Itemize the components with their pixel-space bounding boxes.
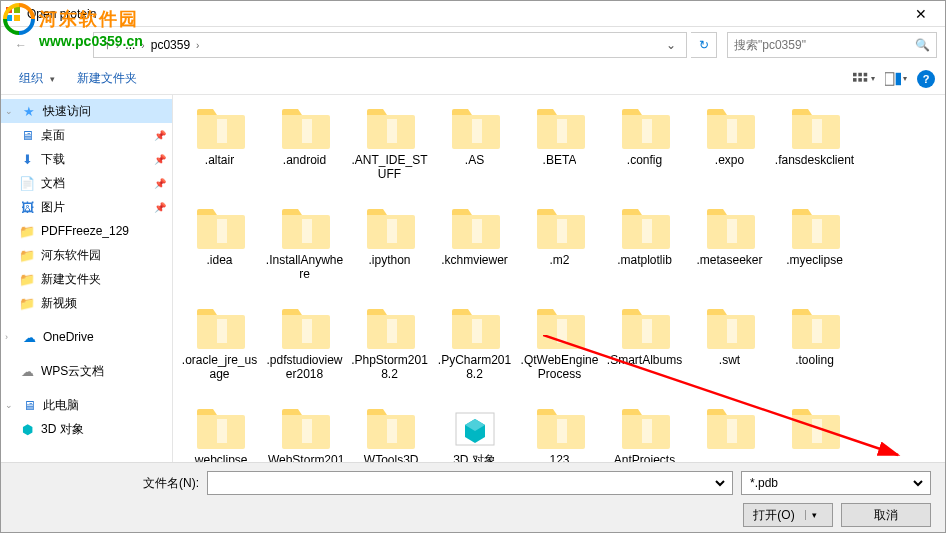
sidebar-item-folder[interactable]: 📁新建文件夹 [1, 267, 172, 291]
file-label: .oracle_jre_usage [179, 353, 260, 382]
file-item[interactable]: .m2 [517, 203, 602, 303]
svg-rect-11 [896, 72, 901, 84]
filename-input[interactable] [207, 471, 733, 495]
file-item[interactable]: .PhpStorm2018.2 [347, 303, 432, 403]
close-button[interactable]: ✕ [901, 3, 941, 25]
file-item[interactable] [772, 403, 857, 465]
svg-rect-35 [727, 319, 737, 343]
file-item[interactable]: .fansdeskclient [772, 103, 857, 203]
file-item[interactable]: .AS [432, 103, 517, 203]
sidebar-wps[interactable]: ☁WPS云文档 [1, 359, 172, 383]
open-button[interactable]: 打开(O) [743, 503, 833, 527]
file-label: .android [283, 153, 326, 167]
new-folder-button[interactable]: 新建文件夹 [69, 66, 145, 91]
pin-icon: 📌 [154, 154, 166, 165]
file-item[interactable]: .expo [687, 103, 772, 203]
svg-rect-38 [302, 419, 312, 443]
svg-rect-34 [642, 319, 652, 343]
file-item[interactable]: .PyCharm2018.2 [432, 303, 517, 403]
preview-pane-button[interactable]: ▾ [885, 69, 907, 89]
file-item[interactable] [687, 403, 772, 465]
svg-rect-18 [642, 119, 652, 143]
sidebar-quick-access[interactable]: ⌄★快速访问 [1, 99, 172, 123]
window-title: Open protein [27, 7, 901, 21]
sidebar-3d-objects[interactable]: ⬢3D 对象 [1, 417, 172, 441]
breadcrumb-up[interactable]: ↑ [98, 38, 116, 52]
svg-rect-25 [557, 219, 567, 243]
filename-label: 文件名(N): [143, 475, 199, 492]
file-item[interactable]: .altair [177, 103, 262, 203]
svg-rect-33 [557, 319, 567, 343]
file-label: .SmartAlbums [607, 353, 682, 367]
file-item[interactable]: .config [602, 103, 687, 203]
file-item[interactable]: .metaseeker [687, 203, 772, 303]
file-item[interactable]: .myeclipse [772, 203, 857, 303]
forward-button[interactable]: → [37, 33, 61, 57]
file-item[interactable]: .matplotlib [602, 203, 687, 303]
file-item[interactable]: .pdfstudioviewer2018 [262, 303, 347, 403]
titlebar: Open protein ✕ [1, 1, 945, 27]
file-item[interactable]: .tooling [772, 303, 857, 403]
app-icon [5, 6, 21, 22]
file-item[interactable]: .InstallAnywhere [262, 203, 347, 303]
svg-rect-19 [727, 119, 737, 143]
file-item[interactable]: .SmartAlbums [602, 303, 687, 403]
sidebar-item-folder[interactable]: 📁新视频 [1, 291, 172, 315]
svg-rect-17 [557, 119, 567, 143]
file-item[interactable]: .BETA [517, 103, 602, 203]
search-box[interactable]: 🔍 [727, 32, 937, 58]
svg-rect-23 [387, 219, 397, 243]
breadcrumb-item[interactable]: pc0359 [145, 38, 196, 52]
file-label: .ANT_IDE_STUFF [349, 153, 430, 182]
file-item[interactable]: .swt [687, 303, 772, 403]
sidebar-item-folder[interactable]: 📁河东软件园 [1, 243, 172, 267]
sidebar-item-folder[interactable]: 📁PDFFreeze_129 [1, 219, 172, 243]
file-item[interactable]: .android [262, 103, 347, 203]
search-input[interactable] [734, 38, 915, 52]
file-label: .altair [205, 153, 234, 167]
sidebar-item-desktop[interactable]: 🖥桌面📌 [1, 123, 172, 147]
file-item[interactable]: 3D 对象 [432, 403, 517, 465]
svg-rect-37 [217, 419, 227, 443]
svg-rect-9 [864, 78, 868, 82]
file-label: .fansdeskclient [775, 153, 854, 167]
file-label: .PhpStorm2018.2 [349, 353, 430, 382]
file-item[interactable]: .webclipse [177, 403, 262, 465]
file-label: .InstallAnywhere [264, 253, 345, 282]
svg-rect-16 [472, 119, 482, 143]
help-button[interactable]: ? [917, 70, 935, 88]
file-item[interactable]: .WTools3D [347, 403, 432, 465]
back-button[interactable]: ← [9, 33, 33, 57]
search-icon: 🔍 [915, 38, 930, 52]
refresh-button[interactable]: ↻ [691, 32, 717, 58]
breadcrumb-dropdown[interactable]: ⌄ [660, 38, 682, 52]
sidebar-item-downloads[interactable]: ⬇下载📌 [1, 147, 172, 171]
breadcrumb[interactable]: ↑› ...› pc0359› ⌄ [93, 32, 687, 58]
file-item[interactable]: .ANT_IDE_STUFF [347, 103, 432, 203]
file-item[interactable]: .ipython [347, 203, 432, 303]
file-item[interactable]: .oracle_jre_usage [177, 303, 262, 403]
svg-rect-26 [642, 219, 652, 243]
sidebar-item-documents[interactable]: 📄文档📌 [1, 171, 172, 195]
cancel-button[interactable]: 取消 [841, 503, 931, 527]
filetype-select[interactable]: *.pdb [741, 471, 931, 495]
file-item[interactable]: .WebStorm2018.2 [262, 403, 347, 465]
svg-rect-44 [812, 419, 822, 443]
view-icons-button[interactable]: ▾ [853, 69, 875, 89]
file-item[interactable]: .idea [177, 203, 262, 303]
sidebar-item-pictures[interactable]: 🖼图片📌 [1, 195, 172, 219]
up-button[interactable]: ↑ [65, 33, 89, 57]
sidebar-onedrive[interactable]: ›☁OneDrive [1, 325, 172, 349]
file-item[interactable]: .QtWebEngineProcess [517, 303, 602, 403]
pin-icon: 📌 [154, 178, 166, 189]
svg-rect-2 [6, 15, 12, 21]
svg-rect-28 [812, 219, 822, 243]
file-list: .altair.android.ANT_IDE_STUFF.AS.BETA.co… [173, 95, 945, 465]
sidebar-thispc[interactable]: ⌄🖥此电脑 [1, 393, 172, 417]
file-item[interactable]: 123 [517, 403, 602, 465]
file-item[interactable]: AntProjects [602, 403, 687, 465]
organize-menu[interactable]: 组织 [11, 66, 63, 91]
breadcrumb-item[interactable]: ... [119, 38, 141, 52]
file-label: .metaseeker [696, 253, 762, 267]
file-item[interactable]: .kchmviewer [432, 203, 517, 303]
